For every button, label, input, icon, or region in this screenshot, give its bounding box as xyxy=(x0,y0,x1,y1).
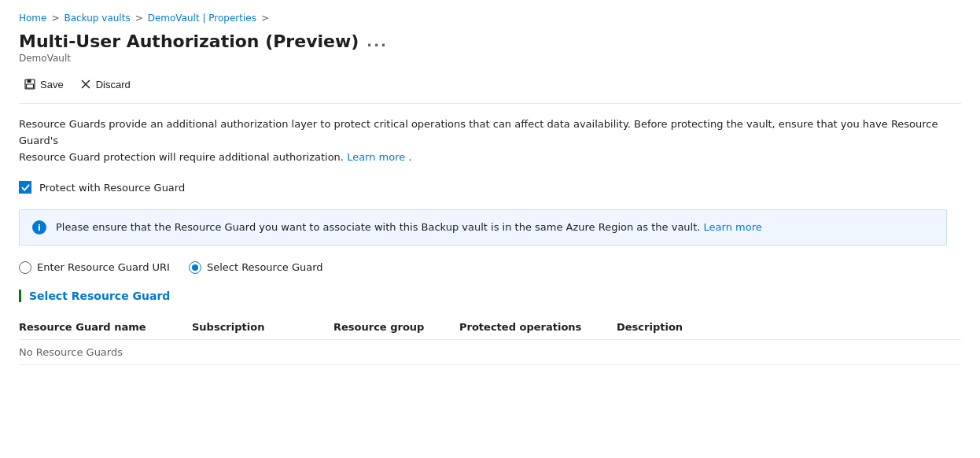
discard-icon xyxy=(79,78,92,90)
radio-select[interactable]: Select Resource Guard xyxy=(189,261,323,274)
radio-uri[interactable]: Enter Resource Guard URI xyxy=(19,261,170,274)
svg-rect-1 xyxy=(28,79,31,83)
info-learn-more[interactable]: Learn more xyxy=(704,221,762,233)
description-text1: Resource Guards provide an additional au… xyxy=(19,118,938,146)
radio-select-inner xyxy=(192,264,198,271)
info-banner: i Please ensure that the Resource Guard … xyxy=(19,209,947,246)
radio-select-label: Select Resource Guard xyxy=(207,261,323,273)
page-title: Multi-User Authorization (Preview) xyxy=(19,31,359,51)
save-label: Save xyxy=(40,79,64,90)
info-icon: i xyxy=(32,220,46,235)
protect-checkbox-row[interactable]: Protect with Resource Guard xyxy=(19,181,961,194)
radio-row: Enter Resource Guard URI Select Resource… xyxy=(19,261,961,274)
col-header-description: Description xyxy=(617,315,961,340)
description-text2: Resource Guard protection will require a… xyxy=(19,151,344,163)
info-banner-text: Please ensure that the Resource Guard yo… xyxy=(56,220,762,235)
select-resource-guard-heading[interactable]: Select Resource Guard xyxy=(19,290,961,302)
description-learn-more[interactable]: Learn more xyxy=(347,151,405,163)
table-header-row: Resource Guard name Subscription Resourc… xyxy=(19,315,961,340)
table-empty-message: No Resource Guards xyxy=(19,339,961,364)
save-icon xyxy=(24,78,36,90)
save-button[interactable]: Save xyxy=(19,75,68,94)
protect-checkbox[interactable] xyxy=(19,181,31,194)
protect-checkbox-label: Protect with Resource Guard xyxy=(39,182,185,194)
more-options-icon[interactable]: ... xyxy=(367,33,388,50)
table-empty-row: No Resource Guards xyxy=(19,339,961,364)
description: Resource Guards provide an additional au… xyxy=(19,116,947,165)
discard-button[interactable]: Discard xyxy=(75,75,135,94)
vault-name: DemoVault xyxy=(19,53,961,64)
resource-guard-table: Resource Guard name Subscription Resourc… xyxy=(19,315,961,365)
page-title-row: Multi-User Authorization (Preview) ... xyxy=(19,31,961,51)
col-header-protected-ops: Protected operations xyxy=(459,315,617,340)
breadcrumb-home[interactable]: Home xyxy=(19,13,46,24)
radio-uri-label: Enter Resource Guard URI xyxy=(37,261,170,273)
breadcrumb-backup-vaults[interactable]: Backup vaults xyxy=(64,13,131,24)
col-header-subscription: Subscription xyxy=(192,315,333,340)
svg-rect-2 xyxy=(27,84,34,88)
col-header-name: Resource Guard name xyxy=(19,315,192,340)
radio-select-outer xyxy=(189,261,201,274)
radio-uri-outer xyxy=(19,261,31,274)
toolbar: Save Discard xyxy=(19,75,961,104)
discard-label: Discard xyxy=(96,79,131,90)
col-header-resource-group: Resource group xyxy=(333,315,459,340)
breadcrumb: Home > Backup vaults > DemoVault | Prope… xyxy=(19,13,961,24)
breadcrumb-demo-vault[interactable]: DemoVault | Properties xyxy=(148,13,256,24)
